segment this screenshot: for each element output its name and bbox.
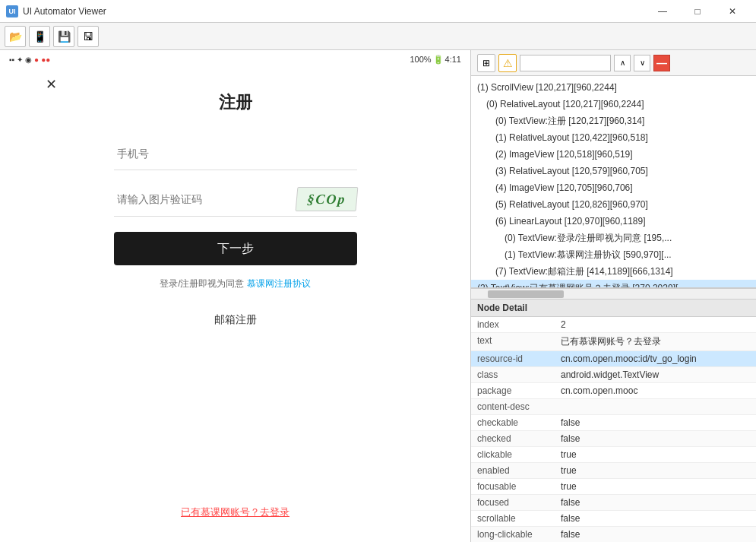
detail-value: true	[555, 463, 756, 479]
detail-key: focusable	[471, 479, 555, 495]
search-input[interactable]	[520, 55, 611, 71]
detail-row: packagecn.com.open.mooc	[471, 383, 756, 399]
detail-row: classandroid.widget.TextView	[471, 367, 756, 383]
minimize-button[interactable]: —	[645, 0, 680, 23]
phone-input[interactable]	[114, 137, 357, 170]
dot-icon: ●	[34, 55, 39, 64]
save-button[interactable]: 💾	[53, 26, 74, 47]
tree-item[interactable]: (1) ScrollView [120,217][960,2244]	[471, 79, 756, 96]
detail-value: false	[555, 495, 756, 511]
agreement-prefix: 登录/注册即视为同意	[160, 278, 244, 289]
minus-button[interactable]: —	[653, 55, 670, 71]
phone-content: ✕ 注册 §COp 下一步 登录/注册即视为同意 慕课网注册协议 邮箱注册 已有…	[0, 68, 470, 542]
scrollbar-thumb	[488, 290, 564, 298]
detail-key: index	[471, 317, 555, 333]
detail-value: true	[555, 447, 756, 463]
dot2-icon: ●●	[41, 55, 50, 64]
expand-all-button[interactable]: ⊞	[477, 54, 495, 72]
tree-item[interactable]: (6) LinearLayout [120,970][960,1189]	[471, 213, 756, 230]
detail-row: focusedfalse	[471, 495, 756, 511]
bottom-link[interactable]: 已有慕课网账号？去登录	[181, 506, 289, 519]
detail-key: long-clickable	[471, 527, 555, 543]
detail-value: 2	[555, 317, 756, 333]
toolbar: 📂 📱 💾 🖫	[0, 23, 756, 50]
close-button[interactable]: ✕	[715, 0, 750, 23]
detail-key: checked	[471, 431, 555, 447]
wifi-icon: ✦	[17, 55, 23, 64]
maximize-button[interactable]: □	[680, 0, 715, 23]
detail-row: scrollablefalse	[471, 511, 756, 527]
detail-table: index2text已有慕课网账号？去登录resource-idcn.com.o…	[471, 317, 756, 542]
detail-row: enabledtrue	[471, 463, 756, 479]
battery-icon: 🔋	[433, 55, 444, 65]
agreement-link[interactable]: 慕课网注册协议	[247, 278, 311, 289]
detail-key: focused	[471, 495, 555, 511]
email-register[interactable]: 邮箱注册	[214, 313, 257, 327]
export-button[interactable]: 🖫	[77, 26, 99, 47]
tree-item[interactable]: (0) TextView:注册 [120,217][960,314]	[471, 113, 756, 129]
detail-value: 已有慕课网账号？去登录	[555, 333, 756, 351]
right-panel: ⊞ ⚠ ∧ ∨ — (1) ScrollView [120,217][960,2…	[471, 50, 756, 542]
detail-panel: Node Detail index2text已有慕课网账号？去登录resourc…	[471, 299, 756, 542]
app-icon: UI	[6, 5, 18, 17]
tree-item[interactable]: (5) RelativeLayout [120,826][960,970]	[471, 196, 756, 213]
phone-panel: ▪▪ ✦ ◉ ● ●● 100% 🔋 4:11 ✕ 注册 §COp 下一步	[0, 50, 471, 542]
detail-row: focusabletrue	[471, 479, 756, 495]
detail-value: false	[555, 527, 756, 543]
next-button[interactable]: 下一步	[114, 232, 357, 265]
horizontal-scrollbar[interactable]	[471, 288, 756, 299]
detail-value: android.widget.TextView	[555, 367, 756, 383]
phone-status-bar: ▪▪ ✦ ◉ ● ●● 100% 🔋 4:11	[0, 50, 470, 68]
register-title: 注册	[219, 91, 252, 114]
prev-button[interactable]: ∧	[614, 55, 631, 71]
right-toolbar: ⊞ ⚠ ∧ ∨ —	[471, 50, 756, 76]
time-display: 4:11	[445, 55, 461, 64]
detail-key: enabled	[471, 463, 555, 479]
tree-item[interactable]: (2) ImageView [120,518][960,519]	[471, 146, 756, 163]
warning-button[interactable]: ⚠	[498, 54, 517, 72]
next-button[interactable]: ∨	[634, 55, 650, 71]
tree-item-selected[interactable]: (2) TextView:已有慕课网账号？去登录 [270,2029][...	[471, 280, 756, 288]
detail-row: index2	[471, 317, 756, 333]
detail-value: cn.com.open.mooc	[555, 383, 756, 399]
detail-row: checkablefalse	[471, 415, 756, 431]
tree-item[interactable]: (0) RelativeLayout [120,217][960,2244]	[471, 96, 756, 113]
detail-value	[555, 399, 756, 415]
detail-header: Node Detail	[471, 300, 756, 317]
tree-item[interactable]: (1) TextView:慕课网注册协议 [590,970][...	[471, 246, 756, 263]
detail-row: checkedfalse	[471, 431, 756, 447]
detail-row: resource-idcn.com.open.mooc:id/tv_go_log…	[471, 351, 756, 367]
detail-key: checkable	[471, 415, 555, 431]
title-bar-controls: — □ ✕	[645, 0, 750, 23]
battery-indicator: 100% 🔋 4:11	[410, 55, 461, 65]
tree-item[interactable]: (7) TextView:邮箱注册 [414,1189][666,1314]	[471, 263, 756, 280]
tree-item[interactable]: (3) RelativeLayout [120,579][960,705]	[471, 163, 756, 179]
open-button[interactable]: 📂	[5, 26, 26, 47]
title-bar: UI UI Automator Viewer — □ ✕	[0, 0, 756, 23]
detail-key: scrollable	[471, 511, 555, 527]
main-area: ▪▪ ✦ ◉ ● ●● 100% 🔋 4:11 ✕ 注册 §COp 下一步	[0, 50, 756, 542]
detail-key: content-desc	[471, 399, 555, 415]
status-icons-left: ▪▪ ✦ ◉ ● ●●	[9, 55, 50, 64]
detail-key: class	[471, 367, 555, 383]
detail-key: clickable	[471, 447, 555, 463]
battery-percent: 100%	[410, 55, 431, 64]
device-button[interactable]: 📱	[29, 26, 50, 47]
captcha-row: §COp	[114, 182, 357, 217]
agreement-text: 登录/注册即视为同意 慕课网注册协议	[160, 277, 311, 290]
tree-item[interactable]: (4) ImageView [120,705][960,706]	[471, 179, 756, 196]
detail-value: true	[555, 479, 756, 495]
signal-icon: ▪▪	[9, 55, 14, 64]
tree-item[interactable]: (0) TextView:登录/注册即视为同意 [195,...	[471, 230, 756, 246]
dialog-close-button[interactable]: ✕	[46, 76, 57, 93]
detail-key: package	[471, 383, 555, 399]
detail-key: resource-id	[471, 351, 555, 367]
title-bar-left: UI UI Automator Viewer	[6, 5, 106, 17]
tree-panel[interactable]: (1) ScrollView [120,217][960,2244] (0) R…	[471, 76, 756, 288]
detail-row: clickabletrue	[471, 447, 756, 463]
detail-row: long-clickablefalse	[471, 527, 756, 543]
detail-row: content-desc	[471, 399, 756, 415]
captcha-image: §COp	[295, 187, 358, 211]
tree-item[interactable]: (1) RelativeLayout [120,422][960,518]	[471, 129, 756, 146]
captcha-input[interactable]	[114, 182, 296, 216]
